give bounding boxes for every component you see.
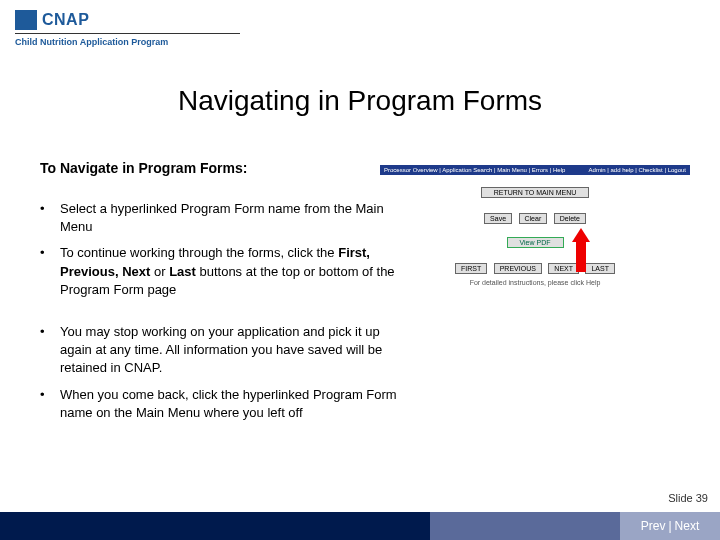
mock-navbar: Processor Overview | Application Search …	[380, 165, 690, 175]
bullet-icon: •	[40, 200, 60, 236]
bullet-text: To continue working through the forms, c…	[60, 244, 410, 299]
list-item: • You may stop working on your applicati…	[40, 323, 410, 378]
section-heading: To Navigate in Program Forms:	[40, 160, 410, 176]
mock-help-text: For detailed instructions, please click …	[380, 279, 690, 286]
mock-return-button: RETURN TO MAIN MENU	[481, 187, 590, 198]
logo-divider	[15, 33, 240, 34]
mock-first-button: FIRST	[455, 263, 487, 274]
mock-pdf-button: View PDF	[507, 237, 564, 248]
slide-title: Navigating in Program Forms	[0, 85, 720, 117]
slide-number: Slide 39	[668, 492, 708, 504]
list-item: • Select a hyperlinked Program Form name…	[40, 200, 410, 236]
mock-nav-left: Processor Overview | Application Search …	[384, 167, 565, 173]
nav-separator: |	[668, 519, 671, 533]
logo-brand-text: CNAP	[42, 11, 89, 29]
list-item: • When you come back, click the hyperlin…	[40, 386, 410, 422]
footer-segment-dark	[0, 512, 430, 540]
footer-nav: Prev | Next	[620, 512, 720, 540]
bullet-text: When you come back, click the hyperlinke…	[60, 386, 410, 422]
list-item: • To continue working through the forms,…	[40, 244, 410, 299]
mock-save-button: Save	[484, 213, 512, 224]
spacer	[40, 307, 410, 323]
logo-subtitle: Child Nutrition Application Program	[15, 37, 240, 47]
embedded-screenshot: Processor Overview | Application Search …	[380, 165, 690, 286]
mock-delete-button: Delete	[554, 213, 586, 224]
bullet-text: You may stop working on your application…	[60, 323, 410, 378]
header-logo: CNAP Child Nutrition Application Program	[15, 10, 240, 47]
mock-clear-button: Clear	[519, 213, 548, 224]
bullet-icon: •	[40, 386, 60, 422]
content-area: To Navigate in Program Forms: • Select a…	[40, 160, 410, 430]
bullet-list: • Select a hyperlinked Program Form name…	[40, 200, 410, 422]
bullet-icon: •	[40, 244, 60, 299]
prev-button[interactable]: Prev	[641, 519, 666, 533]
cnap-icon	[15, 10, 37, 30]
footer-segment-mid	[430, 512, 620, 540]
red-arrow-icon	[572, 228, 590, 272]
next-button[interactable]: Next	[675, 519, 700, 533]
footer-bar: Prev | Next	[0, 512, 720, 540]
bullet-text: Select a hyperlinked Program Form name f…	[60, 200, 410, 236]
mock-nav-right: Admin | add help | Checklist | Logout	[589, 167, 686, 173]
mock-previous-button: PREVIOUS	[494, 263, 542, 274]
bullet-icon: •	[40, 323, 60, 378]
